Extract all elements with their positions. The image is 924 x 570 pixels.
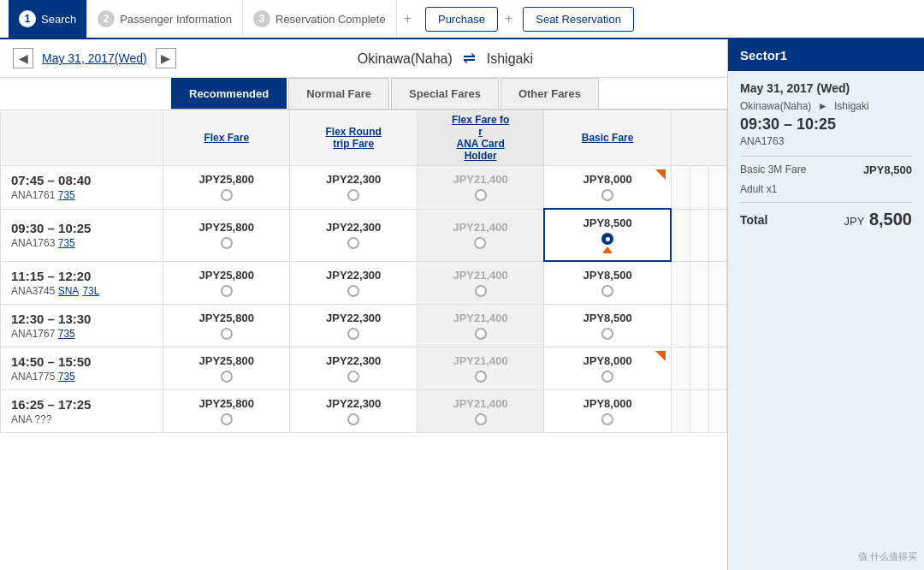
price-amount-2-0: JPY25,800 [172,269,281,282]
step-num-3: 3 [253,10,270,27]
empty-cell-4-0 [671,347,690,390]
flight-link-2-0[interactable]: SNA [58,285,80,297]
sidebar-destination: Ishigaki [834,100,869,112]
radio-1-1[interactable] [347,237,359,249]
price-cell-1-1[interactable]: JPY22,300 [290,209,417,261]
flight-num-1: ANA1763 [11,237,58,249]
radio-1-3[interactable] [601,233,613,245]
price-amount-3-1: JPY22,300 [299,312,407,324]
radio-4-3[interactable] [601,371,613,383]
flight-time-3: 12:30 – 13:30 [11,312,152,326]
radio-5-0[interactable] [221,413,233,425]
flight-link-4-0[interactable]: 735 [58,371,75,383]
price-cell-4-2[interactable]: JPY21,400 [417,347,543,390]
price-cell-0-3[interactable]: JPY8,000 [544,166,671,210]
radio-1-2[interactable] [474,237,486,249]
col-flex-ana: Flex Fare forANA CardHolder [417,110,543,166]
flex-fare-link[interactable]: Flex Fare [204,132,249,144]
prev-date-button[interactable]: ◀ [13,48,33,68]
flight-link-3-0[interactable]: 735 [58,328,75,340]
radio-0-1[interactable] [347,189,359,201]
flight-cell-1: 09:30 – 10:25ANA1763 735 [1,209,163,261]
radio-0-2[interactable] [475,189,487,201]
price-cell-0-1[interactable]: JPY22,300 [290,166,417,210]
radio-1-0[interactable] [221,237,233,249]
flight-info-0: ANA1761 735 [11,189,152,201]
radio-2-3[interactable] [601,285,613,297]
radio-4-0[interactable] [221,371,233,383]
nav-step-3[interactable]: 3 Reservation Complete [243,0,397,38]
radio-2-1[interactable] [347,285,359,297]
empty-cell-5-1 [690,390,708,433]
nav-step-2[interactable]: 2 Passenger Information [87,0,243,38]
flight-link-1-0[interactable]: 735 [58,237,75,249]
empty-cell-0-2 [708,166,726,210]
price-cell-1-3[interactable]: JPY8,500 [544,209,671,261]
flex-round-link[interactable]: Flex Roundtrip Fare [326,126,382,150]
price-cell-2-1[interactable]: JPY22,300 [290,261,417,305]
price-cell-4-0[interactable]: JPY25,800 [163,347,290,390]
tab-recommended[interactable]: Recommended [171,78,287,109]
sidebar-flight-num: ANA1763 [740,135,912,147]
current-date-link[interactable]: May 31, 2017(Wed) [42,51,147,65]
empty-cell-1-1 [690,209,708,261]
radio-0-3[interactable] [601,189,613,201]
radio-5-2[interactable] [475,413,487,425]
price-amount-1-0: JPY25,800 [172,221,281,234]
price-amount-4-2: JPY21,400 [426,354,535,367]
price-cell-5-1[interactable]: JPY22,300 [290,390,417,433]
price-cell-3-0[interactable]: JPY25,800 [163,305,290,347]
radio-4-1[interactable] [347,371,359,383]
step-label-3: Reservation Complete [275,13,386,26]
price-cell-3-2[interactable]: JPY21,400 [417,305,543,347]
radio-3-0[interactable] [221,328,233,340]
purchase-button[interactable]: Purchase [425,7,498,32]
tab-special-fares[interactable]: Special Fares [391,78,499,109]
seat-reservation-button[interactable]: Seat Reservation [523,7,634,32]
price-cell-0-0[interactable]: JPY25,800 [163,166,290,210]
basic-fare-link[interactable]: Basic Fare [582,132,634,144]
price-cell-3-3[interactable]: JPY8,500 [544,305,671,347]
price-cell-3-1[interactable]: JPY22,300 [290,305,417,347]
price-cell-2-0[interactable]: JPY25,800 [163,261,290,305]
sidebar-route: Okinawa(Naha) ► Ishigaki [740,100,912,112]
price-cell-2-2[interactable]: JPY21,400 [417,261,543,305]
nav-step-1[interactable]: 1 Search [9,0,87,38]
price-cell-4-1[interactable]: JPY22,300 [290,347,417,390]
radio-3-1[interactable] [347,328,359,340]
main-layout: ◀ May 31, 2017(Wed) ▶ Okinawa(Naha) ⇌ Is… [0,39,924,570]
price-cell-5-3[interactable]: JPY8,000 [544,390,671,433]
tab-other-fares[interactable]: Other Fares [500,78,599,109]
price-cell-4-3[interactable]: JPY8,000 [544,347,671,390]
price-cell-2-3[interactable]: JPY8,500 [544,261,671,305]
radio-2-0[interactable] [221,285,233,297]
tab-normal-fare[interactable]: Normal Fare [288,78,389,109]
radio-5-1[interactable] [347,413,359,425]
radio-4-2[interactable] [475,371,487,383]
flight-link-2-1[interactable]: 73L [82,285,99,297]
radio-5-3[interactable] [601,413,613,425]
radio-3-3[interactable] [601,328,613,340]
nav-plus-1: + [397,11,418,27]
radio-2-2[interactable] [475,285,487,297]
radio-0-0[interactable] [221,189,233,201]
price-cell-5-2[interactable]: JPY21,400 [417,390,543,433]
empty-cell-0-0 [671,166,690,210]
fare-table: Flex Fare Flex Roundtrip Fare Flex Fare … [0,110,727,433]
nav-plus-2: + [498,11,519,27]
step-label-2: Passenger Information [120,13,232,26]
price-cell-1-2[interactable]: JPY21,400 [417,209,543,261]
sidebar-fare-price: JPY8,500 [863,163,912,176]
price-cell-1-0[interactable]: JPY25,800 [163,209,290,261]
radio-3-2[interactable] [475,328,487,340]
price-cell-0-2[interactable]: JPY21,400 [417,166,543,210]
right-sidebar: Sector1 May 31, 2017 (Wed) Okinawa(Naha)… [727,39,924,570]
corner-triangle-0-3 [655,169,666,180]
empty-cell-3-2 [708,305,726,347]
next-date-button[interactable]: ▶ [156,48,176,68]
price-cell-5-0[interactable]: JPY25,800 [163,390,290,433]
price-amount-5-1: JPY22,300 [299,397,407,410]
empty-cell-5-2 [708,390,726,433]
flex-ana-link[interactable]: Flex Fare forANA CardHolder [452,114,509,162]
flight-link-0-0[interactable]: 735 [58,189,75,201]
